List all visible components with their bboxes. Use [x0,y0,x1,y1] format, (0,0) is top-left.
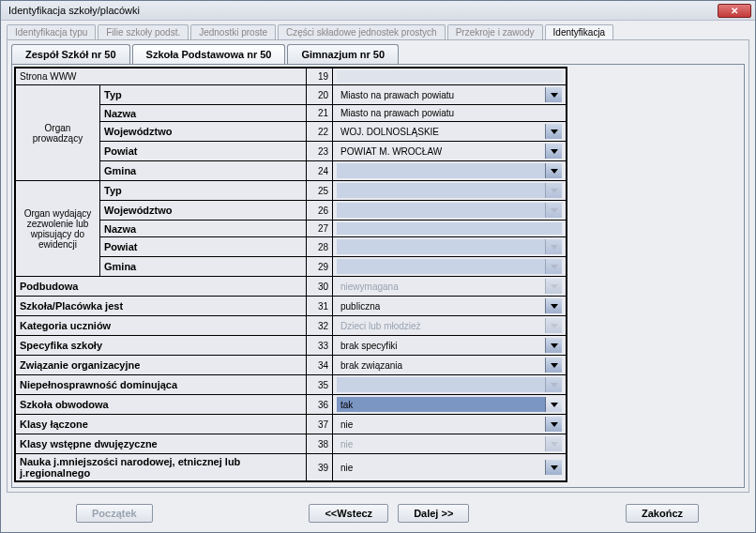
label-ow-nazwa: Nazwa [100,221,307,237]
tab-czesci-skladowe[interactable]: Części składowe jednostek prostych [278,24,446,39]
end-button[interactable]: Zakończ [626,504,699,523]
chevron-down-icon [545,358,562,373]
chevron-down-icon [545,417,562,432]
label-strona-www: Strona WWW [16,69,307,85]
outer-tabs: Identyfikacja typu Filie szkoły podst. J… [1,21,755,39]
label-placowka-jest: Szkoła/Placówka jest [16,297,307,316]
label-ow-gmina: Gmina [100,257,307,277]
chevron-down-icon [545,460,562,475]
close-icon: ✕ [731,6,738,16]
field-klasy-laczone[interactable]: nie [333,415,567,434]
subtab-sp[interactable]: Szkoła Podstawowa nr 50 [132,44,286,64]
field-op-woj[interactable]: WOJ. DOLNOŚLĄSKIE [333,122,567,142]
chevron-down-icon [545,144,562,159]
field-op-gmina[interactable] [333,161,567,181]
field-ow-typ[interactable] [333,181,567,201]
tab-filie[interactable]: Filie szkoły podst. [98,24,189,39]
chevron-down-icon [545,163,562,178]
chevron-down-icon [545,397,562,412]
window-title: Identyfikacja szkoły/placówki [8,5,140,16]
field-ow-woj[interactable] [333,201,567,221]
label-nauka-mniejszosci: Nauka j.mniejszości narodowej, etnicznej… [16,454,307,481]
titlebar: Identyfikacja szkoły/placówki ✕ [1,1,755,21]
label-zwiazanie: Związanie organizacyjne [16,356,307,375]
next-button[interactable]: Dalej >> [398,504,469,523]
chevron-down-icon [545,338,562,353]
label-podbudowa: Podbudowa [16,277,307,297]
chevron-down-icon [545,436,562,451]
label-obwodowa: Szkoła obwodowa [16,395,307,415]
tab-przekroje[interactable]: Przekroje i zawody [447,24,543,39]
back-button[interactable]: <<Wstecz [309,504,388,523]
field-klasy-wstepne[interactable]: nie [333,434,567,454]
main-panel: Zespół Szkół nr 50 Szkoła Podstawowa nr … [7,39,749,493]
group-organ-wydajacy: Organ wydający zezwolenie lub wpisujący … [16,181,100,277]
label-kategoria-uczniow: Kategoria uczniów [16,316,307,336]
tab-identyfikacja[interactable]: Identyfikacja [545,24,614,39]
field-op-typ[interactable]: Miasto na prawach powiatu [333,85,567,105]
field-nauka-mniejszosci[interactable]: nie [333,454,567,481]
footer: Początek <<Wstecz Dalej >> Zakończ [1,496,755,532]
label-niepelnosprawnosc: Niepełnosprawność dominująca [16,375,307,395]
field-niepelnosprawnosc[interactable] [333,375,567,395]
chevron-down-icon [545,203,562,218]
label-ow-woj: Województwo [100,201,307,221]
tab-jednostki-proste[interactable]: Jednostki proste [190,24,276,39]
tab-identyfikacja-typu[interactable]: Identyfikacja typu [7,24,96,39]
label-typ: Typ [100,85,307,105]
label-ow-typ: Typ [100,181,307,201]
close-button[interactable]: ✕ [718,4,751,18]
field-op-nazwa[interactable]: Miasto na prawach powiatu [333,105,567,122]
chevron-down-icon [545,298,562,313]
rownum-19: 19 [307,69,333,85]
label-klasy-laczone: Klasy łączone [16,415,307,434]
chevron-down-icon [545,259,562,274]
chevron-down-icon [545,239,562,254]
label-klasy-wstepne: Klasy wstępne dwujęzyczne [16,434,307,454]
field-ow-nazwa[interactable] [333,221,567,237]
sub-panel: Strona WWW 19 Organ prowadzący Typ 20 Mi… [11,64,745,488]
window: Identyfikacja szkoły/placówki ✕ Identyfi… [0,0,756,533]
subtab-zespol[interactable]: Zespół Szkół nr 50 [11,44,130,64]
label-gmina: Gmina [100,161,307,181]
field-strona-www[interactable] [333,69,567,85]
group-organ-prowadzacy: Organ prowadzący [16,85,100,181]
field-op-powiat[interactable]: POWIAT M. WROCŁAW [333,142,567,161]
label-ow-powiat: Powiat [100,237,307,257]
chevron-down-icon [545,377,562,392]
sub-tabs: Zespół Szkół nr 50 Szkoła Podstawowa nr … [11,44,745,64]
field-zwiazanie[interactable]: brak związania [333,356,567,375]
field-ow-gmina[interactable] [333,257,567,277]
field-specyfika[interactable]: brak specyfiki [333,336,567,356]
label-nazwa: Nazwa [100,105,307,122]
chevron-down-icon [545,318,562,333]
subtab-gimnazjum[interactable]: Gimnazjum nr 50 [287,44,399,64]
form-grid: Strona WWW 19 Organ prowadzący Typ 20 Mi… [14,67,567,482]
chevron-down-icon [545,124,562,139]
chevron-down-icon [545,183,562,198]
field-podbudowa[interactable]: niewymagana [333,277,567,297]
field-obwodowa[interactable]: tak [333,395,567,415]
label-specyfika: Specyfika szkoły [16,336,307,356]
chevron-down-icon [545,87,562,102]
label-woj: Województwo [100,122,307,142]
chevron-down-icon [545,279,562,294]
field-ow-powiat[interactable] [333,237,567,257]
field-placowka-jest[interactable]: publiczna [333,297,567,316]
label-powiat: Powiat [100,142,307,161]
begin-button[interactable]: Początek [76,504,153,523]
field-kategoria-uczniow[interactable]: Dzieci lub młodzież [333,316,567,336]
